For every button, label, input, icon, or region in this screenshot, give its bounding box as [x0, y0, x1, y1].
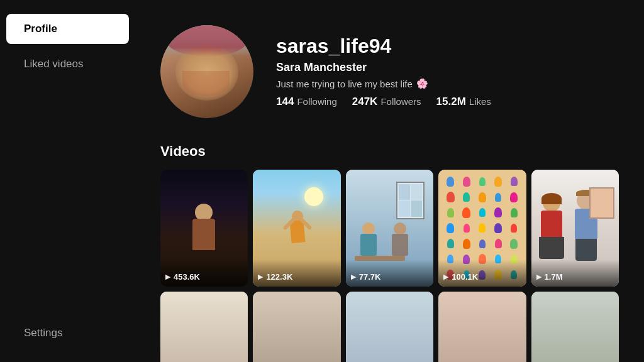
profile-info: saras_life94 Sara Manchester Just me try…: [276, 35, 491, 108]
view-count: 77.7K: [359, 272, 381, 282]
profile-username: saras_life94: [276, 35, 491, 57]
likes-stat: 15.2M Likes: [436, 96, 491, 108]
play-icon: ▶: [536, 273, 541, 281]
video-card[interactable]: [160, 292, 248, 362]
view-count: 453.6K: [174, 272, 200, 282]
video-card[interactable]: ▶ 77.7K: [346, 170, 433, 287]
video-card[interactable]: ▶ 1.7M: [531, 170, 619, 287]
play-icon: ▶: [258, 273, 263, 281]
view-count: 100.1K: [452, 272, 478, 282]
play-icon: ▶: [443, 273, 448, 281]
profile-display-name: Sara Manchester: [276, 61, 491, 74]
sidebar-item-settings[interactable]: Settings: [6, 318, 129, 348]
followers-count: 247K: [352, 96, 378, 108]
main-content: saras_life94 Sara Manchester Just me try…: [135, 0, 644, 362]
video-overlay: ▶ 77.7K: [346, 260, 433, 287]
sidebar-item-profile[interactable]: Profile: [6, 14, 129, 44]
following-stat: 144 Following: [276, 96, 337, 108]
likes-count: 15.2M: [436, 96, 466, 108]
video-card[interactable]: [531, 292, 619, 362]
video-overlay: ▶ 122.3K: [253, 260, 340, 287]
following-label: Following: [297, 96, 336, 107]
view-count: 1.7M: [545, 272, 563, 282]
profile-bio: Just me trying to live my best life 🌸: [276, 78, 491, 89]
video-card[interactable]: [346, 292, 433, 362]
video-overlay: ▶ 453.6K: [160, 260, 248, 287]
profile-header: saras_life94 Sara Manchester Just me try…: [160, 25, 619, 118]
play-icon: ▶: [351, 273, 356, 281]
video-card[interactable]: ▶ 453.6K: [160, 170, 248, 287]
view-count: 122.3K: [266, 272, 292, 282]
followers-stat: 247K Followers: [352, 96, 421, 108]
videos-grid-row2: [160, 292, 619, 362]
videos-grid: ▶ 453.6K: [160, 170, 619, 287]
video-overlay: ▶ 100.1K: [438, 260, 526, 287]
video-card[interactable]: [438, 292, 526, 362]
video-card[interactable]: ▶ 122.3K: [253, 170, 340, 287]
likes-label: Likes: [469, 96, 491, 107]
video-card[interactable]: ▶ 100.1K: [438, 170, 526, 287]
followers-label: Followers: [380, 96, 421, 107]
video-overlay: ▶ 1.7M: [531, 260, 619, 287]
avatar: [160, 25, 253, 118]
video-card[interactable]: [253, 292, 340, 362]
videos-section-title: Videos: [160, 143, 619, 160]
videos-section: Videos ▶ 453.6K: [160, 143, 619, 362]
profile-stats: 144 Following 247K Followers 15.2M Likes: [276, 96, 491, 108]
following-count: 144: [276, 96, 294, 108]
play-icon: ▶: [165, 273, 170, 281]
sidebar: Profile Liked videos Settings: [0, 0, 135, 362]
sidebar-item-liked-videos[interactable]: Liked videos: [6, 49, 129, 79]
